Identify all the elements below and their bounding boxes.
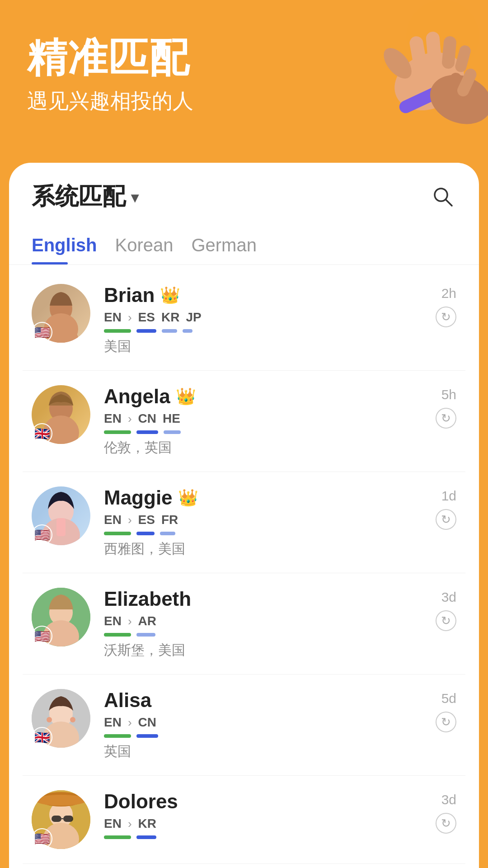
lang-bar-en xyxy=(104,835,131,839)
lang-from: EN xyxy=(104,715,122,730)
avatar: 🇺🇸 xyxy=(32,790,90,849)
svg-rect-34 xyxy=(52,816,61,822)
lang-tags: EN › ES KR JP xyxy=(104,310,420,325)
search-button[interactable] xyxy=(429,183,456,210)
dropdown-arrow-icon[interactable]: ▾ xyxy=(131,189,138,206)
time-col: 5d ↻ xyxy=(420,689,456,732)
lang-bar-en xyxy=(104,532,131,535)
lang-bar-cn xyxy=(136,734,158,738)
flag-badge-uk: 🇬🇧 xyxy=(32,423,52,444)
arrow-icon: › xyxy=(128,513,132,527)
svg-point-28 xyxy=(70,717,75,722)
search-title-text: 系统匹配 xyxy=(32,181,126,212)
time-col: 3d ↻ xyxy=(420,588,456,631)
list-item[interactable]: 🇬🇧 Angela 👑 EN › CN HE 伦敦，英国 xyxy=(23,371,465,472)
list-item[interactable]: 🇺🇸 Elizabeth EN › AR 沃斯堡，美国 3d xyxy=(23,573,465,675)
time-text: 1d xyxy=(441,488,456,504)
lang-to-2: FR xyxy=(161,513,178,527)
crown-icon: 👑 xyxy=(178,488,198,507)
crown-icon: 👑 xyxy=(160,286,180,305)
lang-from: EN xyxy=(104,614,122,628)
lang-bars xyxy=(104,835,420,839)
refresh-icon[interactable]: ↻ xyxy=(436,509,456,530)
lang-bar-es xyxy=(136,532,155,535)
avatar: 🇬🇧 xyxy=(32,689,90,748)
svg-rect-35 xyxy=(63,816,73,822)
search-title-group[interactable]: 系统匹配 ▾ xyxy=(32,181,138,212)
lang-bars xyxy=(104,633,420,637)
user-location: 西雅图，美国 xyxy=(104,540,420,558)
lang-to-1: CN xyxy=(138,411,156,426)
lang-bar-kr xyxy=(162,329,177,333)
user-info-brian: Brian 👑 EN › ES KR JP 美国 xyxy=(104,284,420,356)
lang-bar-he xyxy=(164,430,181,434)
time-col: 5h ↻ xyxy=(420,385,456,429)
lang-bar-ar xyxy=(136,633,155,637)
lang-to-1: CN xyxy=(138,715,156,730)
lang-tags: EN › KR xyxy=(104,816,420,831)
lang-to-1: KR xyxy=(138,816,156,831)
tab-korean[interactable]: Korean xyxy=(115,226,191,264)
refresh-icon[interactable]: ↻ xyxy=(436,610,456,631)
flag-badge-us: 🇺🇸 xyxy=(32,524,52,545)
arrow-icon: › xyxy=(128,412,132,426)
lang-bars xyxy=(104,430,420,434)
hero-section: 精准匹配 遇见兴趣相投的人 xyxy=(0,0,488,163)
user-location: 美国 xyxy=(104,337,420,356)
language-tabs: English Korean German xyxy=(9,226,479,265)
tab-german[interactable]: German xyxy=(191,226,275,264)
svg-rect-20 xyxy=(56,518,66,536)
crown-icon: 👑 xyxy=(176,387,196,406)
user-name-row: Angela 👑 xyxy=(104,385,420,408)
lang-bar-en xyxy=(104,329,131,333)
list-item[interactable]: 🇺🇸 Maggie 👑 EN › ES FR 西雅图，美 xyxy=(23,472,465,573)
lang-bar-fr xyxy=(160,532,175,535)
user-name: Maggie xyxy=(104,486,173,509)
lang-to-1: ES xyxy=(138,310,155,325)
list-item[interactable]: 🇺🇸 Dolores EN › KR 3d ↻ xyxy=(23,776,465,864)
lang-bar-en xyxy=(104,430,131,434)
svg-line-12 xyxy=(446,199,452,206)
lang-bar-en xyxy=(104,633,131,637)
refresh-icon[interactable]: ↻ xyxy=(436,813,456,834)
refresh-icon[interactable]: ↻ xyxy=(436,408,456,429)
list-item[interactable]: 🇺🇸 Brian 👑 EN › ES KR JP xyxy=(23,269,465,371)
lang-tags: EN › CN HE xyxy=(104,411,420,426)
arrow-icon: › xyxy=(128,817,132,831)
user-name-row: Maggie 👑 xyxy=(104,486,420,509)
user-info-dolores: Dolores EN › KR xyxy=(104,790,420,844)
avatar: 🇺🇸 xyxy=(32,588,90,646)
lang-bars xyxy=(104,329,420,333)
user-info-elizabeth: Elizabeth EN › AR 沃斯堡，美国 xyxy=(104,588,420,660)
flag-badge-us: 🇺🇸 xyxy=(32,828,52,849)
user-name: Angela xyxy=(104,385,170,408)
avatar: 🇬🇧 xyxy=(32,385,90,444)
refresh-icon[interactable]: ↻ xyxy=(436,307,456,327)
user-name-row: Brian 👑 xyxy=(104,284,420,307)
svg-point-27 xyxy=(47,717,52,722)
time-text: 5d xyxy=(441,691,456,706)
handshake-illustration xyxy=(334,0,488,136)
time-text: 5h xyxy=(441,387,456,402)
arrow-icon: › xyxy=(128,311,132,325)
lang-tags: EN › CN xyxy=(104,715,420,730)
avatar: 🇺🇸 xyxy=(32,486,90,545)
user-name: Elizabeth xyxy=(104,588,191,610)
user-info-angela: Angela 👑 EN › CN HE 伦敦，英国 xyxy=(104,385,420,457)
list-item[interactable]: 🇬🇧 Alisa EN › CN 英国 5d ↻ xyxy=(23,675,465,776)
lang-bar-en xyxy=(104,734,131,738)
refresh-icon[interactable]: ↻ xyxy=(436,712,456,732)
lang-from: EN xyxy=(104,310,122,325)
lang-tags: EN › ES FR xyxy=(104,513,420,527)
lang-bars xyxy=(104,532,420,535)
lang-to-2: KR xyxy=(161,310,179,325)
time-text: 3d xyxy=(441,792,456,807)
lang-to-1: ES xyxy=(138,513,155,527)
tab-english[interactable]: English xyxy=(32,226,115,264)
lang-bar-es xyxy=(136,329,156,333)
user-location: 沃斯堡，美国 xyxy=(104,641,420,660)
user-name-row: Dolores xyxy=(104,790,420,813)
avatar: 🇺🇸 xyxy=(32,284,90,343)
user-info-maggie: Maggie 👑 EN › ES FR 西雅图，美国 xyxy=(104,486,420,558)
lang-bar-jp xyxy=(183,329,192,333)
